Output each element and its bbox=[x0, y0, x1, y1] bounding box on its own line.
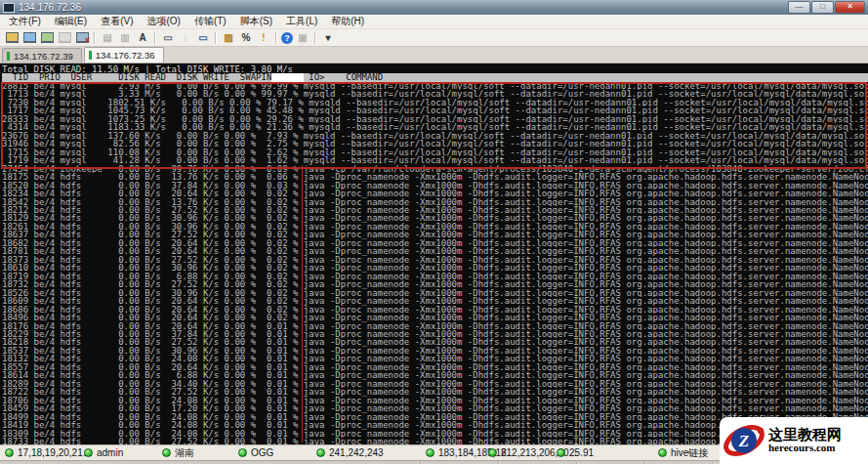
logo-letter: Z bbox=[738, 432, 749, 450]
process-row: 18706 be/4 hdfs 0.00 B/s 24.08 K/s 0.00 … bbox=[2, 397, 868, 404]
process-row: 18609 be/4 hdfs 0.00 B/s 20.64 K/s 0.00 … bbox=[2, 297, 868, 305]
process-row: 18557 be/4 hdfs 0.00 B/s 20.64 K/s 0.00 … bbox=[2, 363, 868, 371]
quick-connect-icon[interactable] bbox=[4, 31, 20, 45]
iotop-rows: 28815 be/4 mysql 2.93 M/s 0.00 B/s 0.00 … bbox=[2, 82, 868, 444]
find-icon[interactable]: A bbox=[135, 31, 150, 45]
terminal-screen[interactable]: Total DISK READ: 11.50 M/s | Total DISK … bbox=[0, 63, 868, 444]
print-icon[interactable]: ▭ bbox=[195, 31, 211, 45]
toolbar-separator bbox=[154, 32, 156, 44]
toolbar-separator bbox=[314, 32, 316, 44]
button-bar-label: 湖南 bbox=[175, 446, 194, 460]
green-led-icon bbox=[426, 448, 434, 457]
process-row: 18229 be/4 hdfs 0.00 B/s 37.84 K/s 0.00 … bbox=[2, 330, 868, 338]
button-bar-label: 25.91 bbox=[569, 447, 594, 458]
process-row: 18373 be/4 hdfs 0.00 B/s 27.52 K/s 0.00 … bbox=[2, 256, 868, 264]
tab-session-134-176-72-36[interactable]: 134.176.72.36 bbox=[84, 47, 164, 63]
process-row: 18129 be/4 hdfs 0.00 B/s 30.96 K/s 0.00 … bbox=[2, 214, 868, 222]
process-row: 18218 be/4 hdfs 0.00 B/s 27.52 K/s 0.00 … bbox=[2, 338, 868, 346]
process-row: 18496 be/4 hdfs 0.00 B/s 20.64 K/s 0.00 … bbox=[2, 314, 868, 321]
menu-transfer[interactable]: 传输(T) bbox=[187, 15, 233, 28]
session-connected-led-icon bbox=[7, 52, 10, 61]
toolbar-overflow-icon[interactable]: ▾ bbox=[320, 31, 336, 45]
window-icon[interactable]: ▣ bbox=[295, 31, 310, 45]
toolbar-separator bbox=[215, 32, 217, 44]
process-row: 1719 be/4 mysql 41.28 K/s 0.00 B/s 0.00 … bbox=[2, 156, 868, 164]
watermark: Z 这里教程网 herecours.com bbox=[720, 417, 868, 464]
toolbar: ×▤▥A▭↕▭▨%!?▣▾ bbox=[0, 29, 868, 47]
session-connected-led-icon bbox=[89, 51, 92, 60]
green-led-icon bbox=[238, 448, 247, 457]
paste-icon[interactable]: ▥ bbox=[117, 31, 133, 45]
help-icon[interactable]: ? bbox=[281, 32, 293, 44]
process-row: 18542 be/4 hdfs 0.00 B/s 13.76 K/s 0.00 … bbox=[2, 198, 868, 206]
properties-icon[interactable]: ▨ bbox=[221, 31, 236, 45]
green-led-icon bbox=[316, 448, 325, 457]
process-row: 18175 be/4 hdfs 0.00 B/s 13.76 K/s 0.00 … bbox=[2, 173, 868, 181]
process-row: 4314 be/4 mysql 1183.33 K/s 0.00 B/s 0.0… bbox=[2, 123, 868, 131]
transfer-icon[interactable]: ↕ bbox=[178, 31, 193, 45]
app-window: 134.176.72.36 — □ ✕ 文件(F) 编辑(E) 查看(V) 选项… bbox=[0, 0, 868, 464]
process-row: 18781 be/4 hdfs 0.00 B/s 20.64 K/s 0.00 … bbox=[2, 247, 868, 255]
menu-file[interactable]: 文件(F) bbox=[2, 15, 48, 28]
disconnect-icon[interactable] bbox=[57, 31, 72, 45]
process-row: 1717 be/4 mysql 1045.73 K/s 0.00 B/s 0.0… bbox=[2, 106, 868, 114]
button-bar-item[interactable]: 25.91 bbox=[557, 446, 594, 459]
process-row: 18132 be/4 hdfs 0.00 B/s 24.08 K/s 0.00 … bbox=[2, 355, 868, 362]
close-session-icon[interactable]: × bbox=[74, 31, 90, 45]
process-row: 18637 be/4 hdfs 0.00 B/s 27.52 K/s 0.00 … bbox=[2, 231, 868, 238]
button-bar-label: 17,18,19,20,21... bbox=[18, 447, 91, 458]
process-row: 18732 be/4 hdfs 0.00 B/s 27.52 K/s 0.00 … bbox=[2, 280, 868, 288]
process-row: 23676 be/4 mysql 137.60 K/s 0.00 B/s 0.0… bbox=[2, 132, 868, 140]
menu-script[interactable]: 脚本(S) bbox=[233, 15, 279, 28]
menu-tools[interactable]: 工具(L) bbox=[279, 15, 324, 28]
process-row: 18526 be/4 hdfs 0.00 B/s 30.96 K/s 0.00 … bbox=[2, 289, 868, 297]
key-exchange-icon[interactable]: ! bbox=[256, 31, 271, 45]
menu-edit[interactable]: 编辑(E) bbox=[48, 15, 94, 28]
process-row: 18614 be/4 hdfs 0.00 B/s 6.88 K/s 0.00 %… bbox=[2, 371, 868, 379]
button-bar-item[interactable]: 湖南 bbox=[162, 446, 194, 459]
green-led-icon bbox=[557, 448, 565, 457]
button-bar-label: admin bbox=[97, 447, 123, 458]
button-bar-item[interactable]: OGG bbox=[238, 446, 273, 459]
print-setup-icon[interactable]: ▭ bbox=[160, 31, 176, 45]
process-row: 18520 be/4 hdfs 0.00 B/s 37.84 K/s 0.00 … bbox=[2, 182, 868, 190]
close-button[interactable]: ✕ bbox=[835, 1, 865, 14]
process-row: 18722 be/4 hdfs 0.00 B/s 27.52 K/s 0.00 … bbox=[2, 388, 868, 396]
process-row: 18682 be/4 hdfs 0.00 B/s 20.64 K/s 0.00 … bbox=[2, 239, 868, 247]
button-bar-item[interactable]: 17,18,19,20,21... bbox=[5, 446, 91, 459]
minimize-button[interactable]: — bbox=[788, 1, 810, 14]
herecours-logo-icon: Z bbox=[722, 419, 766, 462]
process-row: 28333 be/4 mysql 1073.25 K/s 0.00 B/s 0.… bbox=[2, 115, 868, 123]
connect-dialog-icon[interactable] bbox=[21, 31, 37, 45]
maximize-button[interactable]: □ bbox=[811, 1, 834, 14]
copy-icon[interactable]: ▤ bbox=[100, 31, 115, 45]
menu-view[interactable]: 查看(V) bbox=[94, 15, 140, 28]
button-bar-item[interactable]: hive链接 bbox=[658, 446, 708, 459]
title-bar[interactable]: 134.176.72.36 — □ ✕ bbox=[0, 0, 868, 15]
button-bar-item[interactable]: 241,242,243 bbox=[316, 446, 384, 459]
green-led-icon bbox=[658, 448, 667, 457]
window-controls: — □ ✕ bbox=[788, 1, 865, 14]
process-row: 31946 be/4 mysql 82.56 K/s 0.00 B/s 0.00… bbox=[2, 140, 868, 148]
watermark-site-url: herecours.com bbox=[768, 443, 842, 454]
menu-help[interactable]: 帮助(H) bbox=[324, 15, 371, 28]
menu-options[interactable]: 选项(O) bbox=[140, 15, 186, 28]
process-row: 18537 be/4 hdfs 0.00 B/s 30.96 K/s 0.00 … bbox=[2, 347, 868, 355]
window-title: 134.176.72.36 bbox=[19, 2, 81, 13]
sort-column-highlight bbox=[271, 73, 304, 81]
button-bar-item[interactable]: admin bbox=[84, 446, 123, 459]
green-led-icon bbox=[84, 448, 93, 457]
iotop-header-row: TID PRIO USER DISK READ DISK WRITE SWAPI… bbox=[2, 73, 868, 81]
process-row: 18610 be/4 hdfs 0.00 B/s 30.96 K/s 0.00 … bbox=[2, 264, 868, 272]
session-options-icon[interactable]: % bbox=[238, 31, 254, 45]
menu-bar: 文件(F) 编辑(E) 查看(V) 选项(O) 传输(T) 脚本(S) 工具(L… bbox=[0, 15, 868, 29]
process-row: 18234 be/4 hdfs 0.00 B/s 20.64 K/s 0.00 … bbox=[2, 190, 868, 197]
tab-session-134-176-72-39[interactable]: 134.176.72.39 bbox=[2, 48, 82, 63]
watermark-site-name: 这里教程网 bbox=[768, 427, 842, 443]
process-row: 28815 be/4 mysql 2.93 M/s 0.00 B/s 0.00 … bbox=[2, 82, 868, 90]
app-icon bbox=[3, 3, 15, 13]
tabbed-session-icon[interactable] bbox=[39, 31, 55, 45]
green-led-icon bbox=[162, 448, 171, 457]
iotop-summary-line: Total DISK READ: 11.50 M/s | Total DISK … bbox=[2, 65, 868, 73]
button-bar-label: 241,242,243 bbox=[329, 447, 384, 458]
